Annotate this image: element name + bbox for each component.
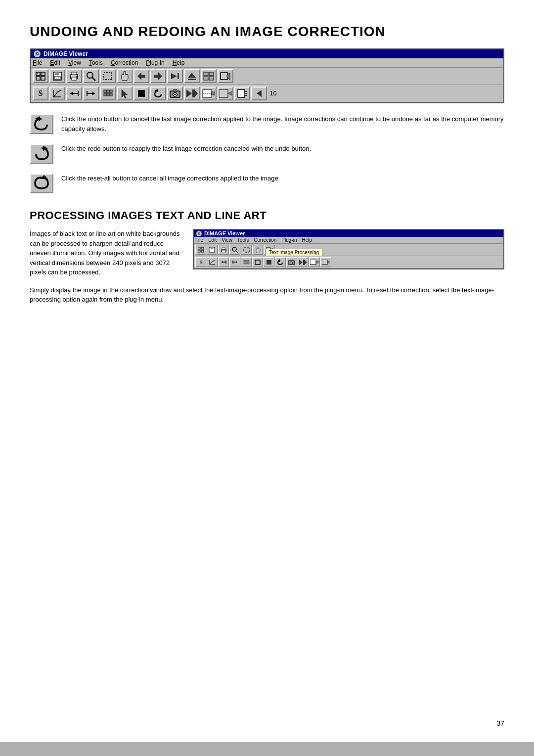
svg-rect-75 — [244, 248, 249, 252]
tb-grid-btn[interactable] — [33, 69, 48, 83]
svg-rect-90 — [246, 263, 247, 264]
tb-undo-btn[interactable] — [150, 87, 166, 100]
sm-tb-select[interactable] — [241, 245, 252, 255]
svg-marker-16 — [154, 72, 162, 80]
svg-rect-22 — [209, 72, 214, 76]
svg-rect-66 — [198, 250, 200, 252]
tb-hand-btn[interactable] — [117, 69, 133, 83]
svg-point-73 — [232, 247, 236, 251]
sm-tb-hand[interactable] — [252, 245, 263, 255]
svg-rect-9 — [72, 72, 77, 75]
tb-skip-btn[interactable] — [167, 69, 183, 83]
svg-rect-2 — [36, 77, 40, 80]
tb-forward-btn[interactable] — [150, 69, 166, 83]
tb-right-btn[interactable] — [83, 87, 99, 100]
sm-menu-tools[interactable]: Tools — [237, 237, 249, 243]
sm-tb-undo[interactable] — [275, 257, 286, 267]
svg-rect-39 — [107, 93, 109, 96]
menu-correction[interactable]: Correction — [111, 59, 138, 66]
menu-tools[interactable]: Tools — [89, 59, 103, 66]
tb-more-btn[interactable] — [218, 87, 233, 100]
tb-play-btn[interactable] — [184, 87, 200, 100]
page-number: 37 — [496, 719, 504, 727]
svg-rect-40 — [110, 93, 112, 96]
sm-tb-play[interactable] — [298, 257, 309, 267]
svg-point-97 — [291, 263, 292, 264]
menu-view[interactable]: View — [68, 59, 81, 66]
tb-curve-btn[interactable] — [49, 87, 65, 100]
tb-square-btn[interactable] — [134, 87, 149, 100]
sm-tb-square1[interactable] — [252, 257, 263, 267]
svg-rect-89 — [244, 263, 245, 264]
svg-rect-42 — [138, 90, 145, 97]
sm-tb-curve[interactable] — [207, 257, 218, 267]
svg-marker-60 — [257, 90, 262, 97]
svg-rect-92 — [255, 260, 260, 265]
svg-rect-38 — [104, 93, 106, 96]
processing-section: Images of black text or line art on whit… — [30, 229, 504, 277]
menu-plugin[interactable]: Plug-in — [146, 59, 164, 66]
tb-cursor-btn[interactable] — [117, 87, 133, 100]
sm-tb-search[interactable] — [229, 245, 240, 255]
sm-tb-square2[interactable] — [264, 257, 274, 267]
processing-left-text: Images of black text or line art on whit… — [30, 229, 183, 277]
tb-back-btn[interactable] — [134, 69, 149, 83]
sm-tb-s[interactable]: S — [195, 257, 206, 267]
viewer-menubar[interactable]: File Edit View Tools Correction Plug-in … — [31, 58, 503, 68]
tb-search-btn[interactable] — [83, 69, 99, 83]
svg-marker-33 — [92, 91, 95, 95]
tb-eject-btn[interactable] — [184, 69, 200, 83]
tb-left-btn[interactable] — [66, 87, 82, 100]
reset-section: Click the reset-all button to cancel all… — [30, 174, 504, 193]
svg-rect-21 — [204, 72, 208, 76]
sm-tb-grid2[interactable] — [241, 257, 252, 267]
tb-tri-btn[interactable] — [251, 87, 267, 100]
sm-tb-more[interactable] — [320, 257, 331, 267]
svg-rect-14 — [104, 73, 112, 80]
sm-tb-camera[interactable] — [286, 257, 297, 267]
sm-tb-save[interactable] — [207, 245, 218, 255]
svg-marker-48 — [186, 89, 192, 97]
tb-export-btn[interactable] — [218, 69, 233, 83]
titlebar-sm-icon: © — [196, 231, 202, 236]
sm-menu-correction[interactable]: Correction — [254, 237, 276, 243]
svg-rect-37 — [110, 90, 112, 92]
sm-tb-right[interactable] — [229, 257, 240, 267]
sm-menu-file[interactable]: File — [195, 237, 203, 243]
viewer-window-large: © DiMAGE Viewer File Edit View Tools Cor… — [30, 48, 504, 103]
svg-rect-102 — [310, 260, 316, 265]
svg-marker-81 — [222, 261, 223, 263]
viewer-window-small: © DiMAGE Viewer File Edit View Tools Cor… — [193, 229, 504, 269]
toolbar-row-2: S — [31, 85, 503, 102]
svg-rect-3 — [41, 77, 45, 80]
sm-menu-view[interactable]: View — [222, 237, 232, 243]
tb-s-btn[interactable]: S — [33, 87, 48, 100]
tb-select-btn[interactable] — [100, 69, 116, 83]
sm-tb-print[interactable] — [218, 245, 229, 255]
tb-print-btn[interactable] — [66, 69, 82, 83]
tb-grid2-btn[interactable] — [100, 87, 116, 100]
viewer-menubar-sm[interactable]: File Edit View Tools Correction Plug-in … — [194, 237, 503, 244]
bottom-bar — [0, 742, 534, 756]
tb-camera-btn[interactable] — [167, 87, 183, 100]
svg-rect-104 — [322, 260, 327, 265]
sm-tb-grid[interactable] — [195, 245, 206, 255]
menu-file[interactable]: File — [33, 59, 42, 66]
sm-menu-edit[interactable]: Edit — [208, 237, 217, 243]
svg-rect-71 — [222, 248, 225, 249]
tb-save-btn[interactable] — [49, 69, 65, 83]
menu-help[interactable]: Help — [173, 59, 185, 66]
tooltip-popup: Text Image Processing — [266, 249, 322, 256]
svg-line-74 — [236, 251, 238, 253]
tb-zoom-btn[interactable] — [201, 87, 217, 100]
page-content: UNDOING AND REDOING AN IMAGE CORRECTION … — [0, 0, 534, 742]
sm-menu-help[interactable]: Help — [302, 237, 312, 243]
sm-tb-zoom[interactable] — [309, 257, 320, 267]
svg-rect-35 — [104, 90, 106, 92]
tb-thumb-btn[interactable] — [201, 69, 217, 83]
sm-menu-plugin[interactable]: Plug-in — [281, 237, 297, 243]
menu-edit[interactable]: Edit — [50, 59, 60, 66]
tb-preview-btn[interactable] — [234, 87, 250, 100]
svg-marker-30 — [70, 91, 73, 95]
sm-tb-left[interactable] — [218, 257, 229, 267]
